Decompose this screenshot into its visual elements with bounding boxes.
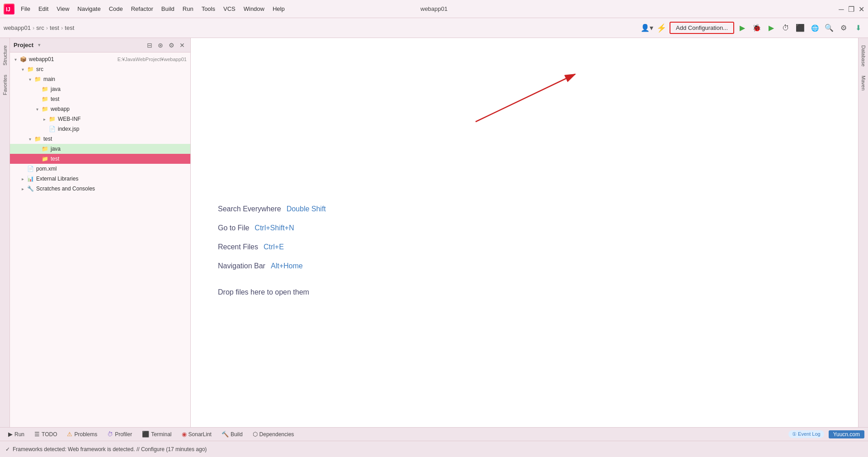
menu-view[interactable]: View: [53, 4, 73, 14]
tree-item-external-libs[interactable]: ▸ 📊 External Libraries: [10, 174, 190, 184]
breadcrumb-src[interactable]: src: [36, 24, 44, 31]
search-everywhere-label: Search Everywhere: [218, 205, 281, 213]
drop-files-line: Drop files here to open them: [218, 288, 309, 296]
editor-area: Search Everywhere Double Shift Go to Fil…: [191, 38, 858, 427]
tree-item-scratches[interactable]: ▸ 🔧 Scratches and Consoles: [10, 184, 190, 194]
project-panel-dropdown[interactable]: ▾: [38, 42, 41, 48]
menu-build[interactable]: Build: [158, 4, 178, 14]
tree-item-webapp01[interactable]: ▾ 📦 webapp01 E:¥JavaWebProject¥webapp01: [10, 54, 190, 64]
project-panel-header: Project ▾ ⊟ ⊛ ⚙ ✕: [10, 38, 190, 52]
run-tab-icon: ▶: [8, 431, 13, 438]
update-button[interactable]: ⬇: [852, 22, 864, 34]
goto-file-line: Go to File Ctrl+Shift+N: [218, 224, 294, 232]
stop-button[interactable]: ⬛: [794, 22, 807, 34]
panel-settings-button[interactable]: ⚙: [167, 41, 176, 50]
recent-files-shortcut: Ctrl+E: [264, 243, 284, 251]
breadcrumb: webapp01 › src › test › test: [4, 24, 74, 31]
tree-item-java-test[interactable]: 📁 java: [10, 144, 190, 154]
bottom-tab-run[interactable]: ▶ Run: [4, 429, 29, 439]
dependencies-tab-icon: ⬡: [253, 431, 258, 438]
sidebar-item-favorites[interactable]: Favorites: [1, 71, 9, 99]
add-configuration-button[interactable]: Add Configuration...: [670, 22, 734, 34]
menu-refactor[interactable]: Refactor: [127, 4, 157, 14]
recent-files-label: Recent Files: [218, 243, 258, 251]
folder-webapp-icon: 📁: [41, 105, 49, 113]
terminal-tab-label: Terminal: [151, 431, 171, 438]
status-bar: ✓ Frameworks detected: Web framework is …: [0, 441, 868, 457]
run-config-icon[interactable]: ⚡: [655, 22, 668, 34]
close-button[interactable]: ✕: [858, 6, 864, 12]
tree-item-indexjsp[interactable]: 📄 index.jsp: [10, 124, 190, 134]
problems-tab-icon: ⚠: [67, 431, 72, 438]
bottom-tab-build[interactable]: 🔨 Build: [217, 429, 247, 439]
tree-item-src[interactable]: ▾ 📁 src: [10, 64, 190, 74]
menu-help[interactable]: Help: [269, 4, 288, 14]
maximize-button[interactable]: ❐: [848, 6, 854, 12]
tree-item-webapp[interactable]: ▾ 📁 webapp: [10, 104, 190, 114]
panel-hide-button[interactable]: ✕: [178, 41, 187, 50]
title-bar: IJ File Edit View Navigate Code Refactor…: [0, 0, 868, 18]
sidebar-item-database[interactable]: Database: [859, 42, 868, 70]
search-everywhere-button[interactable]: 🔍: [823, 22, 835, 34]
tree-label-java: java: [51, 86, 187, 92]
bottom-right: ① Event Log: [788, 430, 824, 438]
recent-files-line: Recent Files Ctrl+E: [218, 243, 284, 251]
tree-item-main[interactable]: ▾ 📁 main: [10, 74, 190, 84]
folder-test-icon: 📁: [33, 135, 42, 143]
run-button[interactable]: ▶: [736, 22, 749, 34]
problems-tab-label: Problems: [74, 431, 97, 438]
event-log-badge[interactable]: ① Event Log: [788, 430, 824, 438]
tree-item-test[interactable]: ▾ 📁 test: [10, 134, 190, 144]
sidebar-item-structure[interactable]: Structure: [1, 42, 9, 69]
bottom-tab-todo[interactable]: ☰ TODO: [30, 429, 61, 439]
sidebar-item-maven[interactable]: Maven: [859, 72, 868, 94]
folder-lib-icon: 📊: [26, 175, 34, 183]
build-tab-label: Build: [231, 431, 243, 438]
tree-label-pomxml: pom.xml: [36, 166, 187, 172]
tree-arrow-test: ▾: [26, 137, 33, 142]
tree-item-test-selected[interactable]: 📁 test: [10, 154, 190, 164]
minimize-button[interactable]: ─: [838, 6, 844, 12]
tree-item-webinf[interactable]: ▸ 📁 WEB-INF: [10, 114, 190, 124]
tree-label-webapp01: webapp01: [29, 56, 115, 62]
debug-button[interactable]: 🐞: [750, 22, 763, 34]
bottom-tab-profiler[interactable]: ⏱ Profiler: [103, 429, 137, 439]
menu-navigate[interactable]: Navigate: [74, 4, 104, 14]
tree-arrow-src: ▾: [19, 67, 26, 72]
tree-item-pomxml[interactable]: 📄 pom.xml: [10, 164, 190, 174]
bottom-tab-dependencies[interactable]: ⬡ Dependencies: [248, 429, 299, 439]
todo-tab-label: TODO: [42, 431, 57, 438]
run-coverage-button[interactable]: ▶: [765, 22, 778, 34]
tree-item-java[interactable]: ▸ 📁 java: [10, 84, 190, 94]
profile-icon-btn[interactable]: 👤▾: [641, 22, 653, 34]
bottom-tab-terminal[interactable]: ⬛ Terminal: [137, 429, 176, 439]
search-everywhere-line: Search Everywhere Double Shift: [218, 205, 326, 213]
menu-file[interactable]: File: [17, 4, 34, 14]
menu-edit[interactable]: Edit: [35, 4, 52, 14]
navigation-bar-label: Navigation Bar: [218, 262, 265, 270]
todo-tab-icon: ☰: [34, 431, 40, 438]
menu-vcs[interactable]: VCS: [220, 4, 239, 14]
tree-item-test-main[interactable]: ▸ 📁 test: [10, 94, 190, 104]
tree-arrow-webapp01: ▾: [12, 57, 19, 62]
folder-main-icon: 📁: [33, 75, 42, 83]
tree-arrow-scratches: ▸: [19, 186, 26, 191]
menu-run[interactable]: Run: [179, 4, 197, 14]
folder-java-icon: 📁: [41, 85, 49, 93]
settings-button[interactable]: ⚙: [837, 22, 850, 34]
collapse-all-button[interactable]: ⊟: [145, 41, 154, 50]
folder-scratch-icon: 🔧: [26, 185, 34, 193]
breadcrumb-webapp01[interactable]: webapp01: [4, 24, 31, 31]
breadcrumb-test[interactable]: test: [65, 24, 74, 31]
tree-arrow-main: ▾: [26, 77, 33, 82]
bottom-tab-problems[interactable]: ⚠ Problems: [62, 429, 102, 439]
profile-run-button[interactable]: ⏱: [779, 22, 792, 34]
bottom-tab-sonarlint[interactable]: ◉ SonarLint: [177, 429, 216, 439]
menu-code[interactable]: Code: [105, 4, 127, 14]
menu-tools[interactable]: Tools: [198, 4, 219, 14]
translate-icon[interactable]: 🌐: [808, 22, 821, 34]
goto-file-label: Go to File: [218, 224, 249, 232]
locate-file-button[interactable]: ⊛: [156, 41, 165, 50]
breadcrumb-test-parent[interactable]: test: [50, 24, 59, 31]
menu-window[interactable]: Window: [240, 4, 268, 14]
